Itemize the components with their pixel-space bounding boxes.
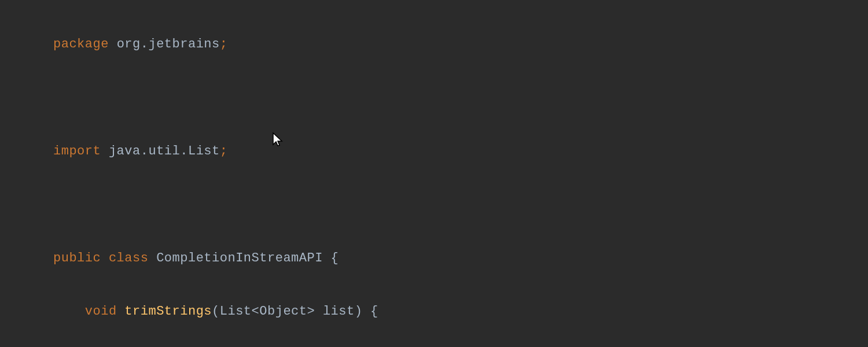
- code-line[interactable]: package org.jetbrains;: [53, 36, 868, 54]
- semicolon: ;: [220, 144, 228, 158]
- brace: {: [323, 251, 339, 265]
- code-line[interactable]: import java.util.List;: [53, 143, 868, 161]
- package-name: org.jetbrains: [117, 37, 220, 51]
- text: [101, 144, 109, 158]
- keyword: void: [85, 304, 117, 319]
- params: (List<Object> list) {: [212, 304, 378, 319]
- code-editor[interactable]: package org.jetbrains; import java.util.…: [0, 0, 868, 347]
- blank-line[interactable]: [53, 196, 868, 214]
- import-path: java.util.List: [109, 144, 220, 158]
- keyword: import: [53, 144, 101, 158]
- keyword: public class: [53, 251, 148, 265]
- indent: [53, 304, 85, 319]
- keyword: package: [53, 37, 109, 51]
- code-line[interactable]: void trimStrings(List<Object> list) {: [53, 303, 868, 321]
- text: [148, 251, 156, 265]
- semicolon: ;: [220, 37, 228, 51]
- text: [117, 304, 125, 319]
- class-name: CompletionInStreamAPI: [156, 251, 323, 265]
- blank-line[interactable]: [53, 89, 868, 107]
- code-line[interactable]: public class CompletionInStreamAPI {: [53, 250, 868, 268]
- text: [109, 37, 117, 51]
- method-name: trimStrings: [124, 304, 212, 319]
